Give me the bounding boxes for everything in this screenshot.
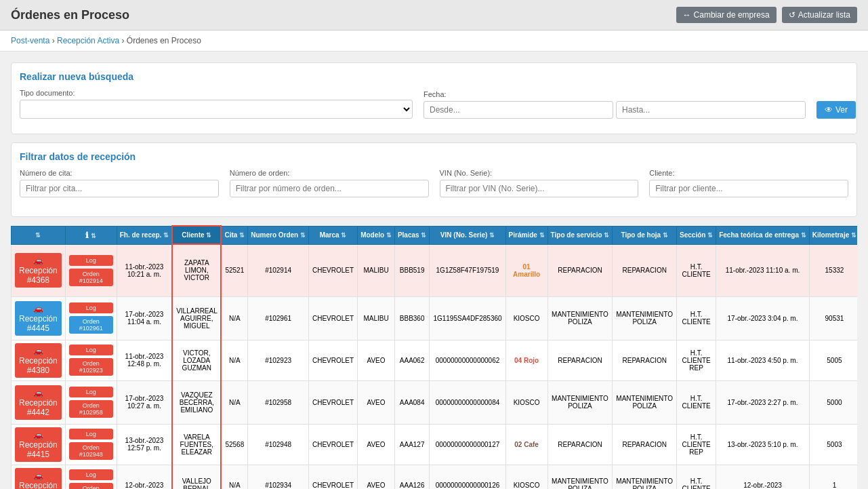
cell-vin-3: 00000000000000084	[430, 380, 505, 424]
cell-cita-2: N/A	[221, 340, 247, 380]
cell-tipohoja-4: REPARACION	[613, 424, 677, 465]
col-header-info[interactable]: ℹ ⇅	[65, 226, 117, 244]
col-header-cliente[interactable]: Cliente ⇅	[172, 226, 221, 244]
cell-marca-1: CHEVROLET	[309, 296, 358, 340]
log-button-3[interactable]: Log	[69, 387, 113, 397]
log-orden-group-0: Log Orden #102914	[69, 255, 113, 286]
cell-recepcion-4: 🚗 Recepción #4415	[12, 424, 66, 465]
ver-group: 👁 Ver	[817, 90, 856, 119]
cell-vin-1: 1G1195SA4DF285360	[430, 296, 505, 340]
actualizar-lista-button[interactable]: ↺ Actualizar lista	[782, 7, 857, 23]
orden-button-1[interactable]: Orden #102961	[69, 316, 113, 334]
col-header-tiposervicio[interactable]: Tipo de servicio ⇅	[547, 226, 613, 244]
fecha-hasta-input[interactable]	[616, 101, 806, 119]
vin-label: VIN (No. Serie):	[440, 169, 639, 177]
ver-button[interactable]: 👁 Ver	[817, 101, 856, 119]
cell-placas-2: AAA062	[394, 340, 429, 380]
orden-button-4[interactable]: Orden #102948	[69, 442, 113, 460]
cell-numorden-0: #102914	[248, 244, 309, 296]
cell-fecha-1: 17-obr.-2023 11:04 a. m.	[117, 296, 172, 340]
col-header-marca[interactable]: Marca ⇅	[309, 226, 358, 244]
col-header-vin[interactable]: VIN (No. Serie) ⇅	[430, 226, 505, 244]
cambiar-icon: ↔	[683, 10, 691, 20]
cell-piramide-0: 01 Amarillo	[505, 244, 547, 296]
recepcion-button-3[interactable]: 🚗 Recepción #4442	[15, 385, 62, 420]
log-button-0[interactable]: Log	[69, 255, 113, 266]
col-header-piramide[interactable]: Pirámide ⇅	[505, 226, 547, 244]
col-header-tipohoja[interactable]: Tipo de hoja ⇅	[613, 226, 677, 244]
cell-placas-0: BBB519	[394, 244, 429, 296]
log-orden-group-3: Log Orden #102958	[69, 387, 113, 418]
table-row: 🚗 Recepción #4380 Log Orden #102923 11-o…	[12, 340, 858, 380]
cliente-filter-group: Cliente:	[649, 169, 848, 197]
tipo-documento-select[interactable]	[20, 100, 413, 119]
cell-log-3: Log Orden #102958	[65, 380, 117, 424]
cell-tiposervicio-5: MANTENIMIENTO POLIZA	[547, 465, 613, 489]
page-title: Órdenes en Proceso	[11, 8, 129, 22]
cell-km-4: 5003	[809, 424, 857, 465]
recepcion-button-2[interactable]: 🚗 Recepción #4380	[15, 343, 62, 378]
cell-cliente-0: ZAPATA LIMON, VICTOR	[172, 244, 221, 296]
recepcion-button-4[interactable]: 🚗 Recepción #4415	[15, 427, 62, 462]
cliente-input[interactable]	[649, 180, 848, 197]
cell-tiposervicio-1: MANTENIMIENTO POLIZA	[547, 296, 613, 340]
orden-button-5[interactable]: Orden #102934	[69, 483, 113, 489]
col-header-km[interactable]: Kilometraje ⇅	[809, 226, 857, 244]
cell-fecha-5: 12-obr.-2023	[117, 465, 172, 489]
cell-fecha-4: 13-obr.-2023 12:57 p. m.	[117, 424, 172, 465]
table-row: 🚗 Recepción #4442 Log Orden #102958 17-o…	[12, 380, 858, 424]
filter-title: Filtrar datos de recepción	[20, 151, 848, 162]
cell-tipohoja-2: REPARACION	[613, 340, 677, 380]
cell-cliente-3: VAZQUEZ BECERRA, EMILIANO	[172, 380, 221, 424]
log-button-1[interactable]: Log	[69, 302, 113, 313]
cell-tipohoja-3: MANTENIMIENTO POLIZA	[613, 380, 677, 424]
cell-tiposervicio-3: MANTENIMIENTO POLIZA	[547, 380, 613, 424]
cell-km-1: 90531	[809, 296, 857, 340]
cell-fecha-2: 11-obr.-2023 12:48 p. m.	[117, 340, 172, 380]
orden-input[interactable]	[230, 180, 429, 197]
breadcrumb-recepcion[interactable]: Recepción Activa	[57, 36, 119, 45]
cell-numorden-4: #102948	[248, 424, 309, 465]
cell-tiposervicio-2: REPARACION	[547, 340, 613, 380]
vin-input[interactable]	[440, 180, 639, 197]
log-button-4[interactable]: Log	[69, 429, 113, 439]
recepcion-button-5[interactable]: 🚗 Recepción #4394	[15, 468, 62, 490]
cambiar-empresa-button[interactable]: ↔ Cambiar de empresa	[676, 7, 777, 23]
col-header-fecha[interactable]: Fh. de recep. ⇅	[117, 226, 172, 244]
cell-vin-4: 00000000000000127	[430, 424, 505, 465]
cell-piramide-3: KIOSCO	[505, 380, 547, 424]
col-header-fechaentrega[interactable]: Fecha teórica de entrega ⇅	[716, 226, 810, 244]
cell-cita-4: 52568	[221, 424, 247, 465]
car-icon-2: 🚗	[33, 346, 43, 355]
cell-numorden-5: #102934	[248, 465, 309, 489]
cell-placas-4: AAA127	[394, 424, 429, 465]
cell-recepcion-1: 🚗 Recepción #4445	[12, 296, 66, 340]
vin-filter-group: VIN (No. Serie):	[440, 169, 639, 197]
col-header-numorden[interactable]: Numero Orden ⇅	[248, 226, 309, 244]
col-header-seccion[interactable]: Sección ⇅	[677, 226, 716, 244]
cell-fechaentrega-2: 11-obr.-2023 4:50 p. m.	[716, 340, 810, 380]
orden-button-0[interactable]: Orden #102914	[69, 269, 113, 286]
col-header-cita[interactable]: Cita ⇅	[221, 226, 247, 244]
cell-cliente-4: VARELA FUENTES, ELEAZAR	[172, 424, 221, 465]
cell-placas-1: BBB360	[394, 296, 429, 340]
fecha-desde-input[interactable]	[423, 101, 613, 119]
breadcrumb-postventa[interactable]: Post-venta	[11, 36, 49, 45]
recepcion-button-1[interactable]: 🚗 Recepción #4445	[15, 301, 62, 336]
car-icon-1: 🚗	[33, 304, 43, 313]
cell-seccion-1: H.T. CLIENTE	[677, 296, 716, 340]
recepcion-button-0[interactable]: 🚗 Recepción #4368	[15, 253, 62, 288]
actualizar-icon: ↺	[789, 10, 795, 20]
orders-table-container: ⇅ ℹ ⇅ Fh. de recep. ⇅ Cliente ⇅ Cita ⇅ N…	[11, 225, 857, 489]
cell-cita-0: 52521	[221, 244, 247, 296]
orden-button-2[interactable]: Orden #102923	[69, 358, 113, 376]
breadcrumb: Post-venta › Recepción Activa › Órdenes …	[0, 31, 868, 52]
log-button-5[interactable]: Log	[69, 469, 113, 480]
col-header-placas[interactable]: Placas ⇅	[394, 226, 429, 244]
log-button-2[interactable]: Log	[69, 345, 113, 355]
col-header-modelo[interactable]: Modelo ⇅	[358, 226, 395, 244]
cita-input[interactable]	[20, 180, 219, 197]
col-header-actions1[interactable]: ⇅	[12, 226, 66, 244]
cell-piramide-5: KIOSCO	[505, 465, 547, 489]
orden-button-3[interactable]: Orden #102958	[69, 400, 113, 418]
